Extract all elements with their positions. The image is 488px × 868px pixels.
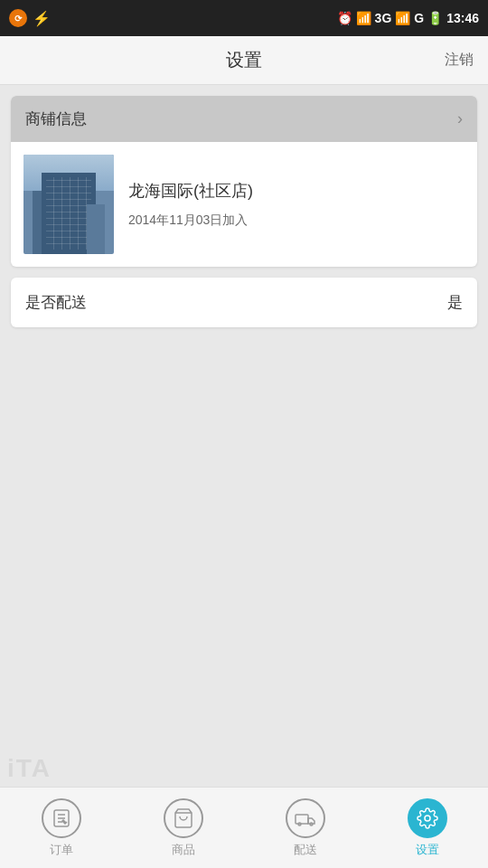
- store-info-body: 龙海国际(社区店) 2014年11月03日加入: [11, 142, 477, 267]
- store-image: [23, 155, 114, 254]
- building-right: [87, 204, 105, 254]
- delivery-label-nav: 配送: [294, 842, 317, 858]
- store-details: 龙海国际(社区店) 2014年11月03日加入: [128, 180, 465, 229]
- bottom-nav: 订单 商品 配送 设置: [0, 787, 488, 868]
- settings-icon: [408, 798, 447, 838]
- svg-rect-5: [296, 815, 308, 824]
- store-info-card: 商铺信息 › 龙海国际(社区店) 2014年11月03日加入: [11, 96, 477, 267]
- orders-label: 订单: [50, 842, 73, 858]
- store-section-title: 商铺信息: [25, 108, 87, 129]
- products-label: 商品: [172, 842, 195, 858]
- store-info-header[interactable]: 商铺信息 ›: [11, 96, 477, 142]
- gsm-icon: G: [414, 11, 424, 25]
- ita-watermark: iTA: [0, 750, 59, 787]
- status-bar: ⟳ ⚡ ⏰ 📶 3G 📶 G 🔋 13:46: [0, 0, 488, 36]
- content-area: 商铺信息 › 龙海国际(社区店) 2014年11月03日加入 是否配送 是: [0, 85, 488, 338]
- settings-label: 设置: [416, 842, 439, 858]
- nav-item-delivery[interactable]: 配送: [244, 789, 366, 867]
- delivery-label: 是否配送: [25, 292, 87, 313]
- nav-item-products[interactable]: 商品: [122, 789, 244, 867]
- network-label: 3G: [375, 11, 392, 25]
- nav-item-settings[interactable]: 设置: [366, 789, 488, 867]
- logout-button[interactable]: 注销: [445, 51, 474, 70]
- products-icon: [164, 798, 203, 838]
- time-display: 13:46: [446, 11, 479, 25]
- orders-icon: [42, 798, 81, 838]
- store-join-date: 2014年11月03日加入: [128, 212, 465, 229]
- header: 设置 注销: [0, 36, 488, 85]
- chevron-right-icon: ›: [457, 109, 463, 128]
- usb-icon: ⚡: [33, 10, 51, 27]
- svg-point-8: [425, 816, 430, 821]
- nav-item-orders[interactable]: 订单: [0, 789, 122, 867]
- delivery-value: 是: [447, 292, 463, 313]
- battery-icon: 🔋: [427, 11, 443, 25]
- clock-icon: ⏰: [337, 11, 352, 25]
- wifi-icon: 📶: [356, 11, 371, 25]
- store-name: 龙海国际(社区店): [128, 180, 465, 202]
- page-title: 设置: [226, 48, 262, 72]
- app-icon: ⟳: [9, 9, 27, 27]
- signal-icon: 📶: [395, 11, 410, 25]
- delivery-icon: [286, 798, 325, 838]
- status-left: ⟳ ⚡: [9, 9, 51, 27]
- status-right: ⏰ 📶 3G 📶 G 🔋 13:46: [337, 11, 479, 25]
- delivery-setting-row[interactable]: 是否配送 是: [11, 278, 477, 327]
